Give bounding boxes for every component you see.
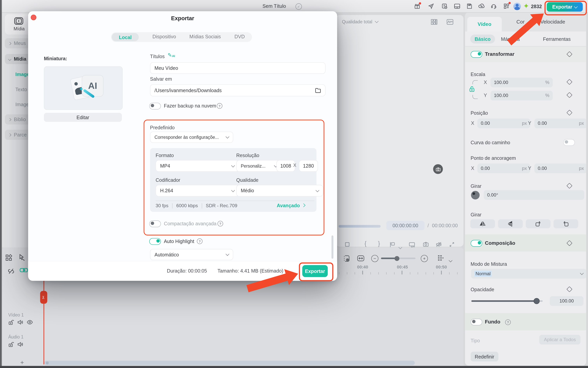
speaker-icon[interactable]	[17, 319, 23, 325]
marker-icon[interactable]	[389, 242, 395, 248]
element-tool-icon[interactable]	[5, 254, 12, 261]
auto-highlight-dropdown[interactable]: Automático	[150, 249, 233, 260]
fit-timeline-icon[interactable]	[357, 255, 365, 262]
stop-icon[interactable]	[345, 242, 350, 247]
blend-mode-dropdown[interactable]: Normal	[471, 269, 586, 279]
mark-in-icon[interactable]: {	[365, 240, 367, 247]
layout-icon[interactable]	[454, 3, 461, 9]
reset-button[interactable]: Redefinir	[470, 352, 498, 361]
mark-out-icon[interactable]: }	[378, 240, 380, 247]
folder-icon[interactable]	[315, 88, 321, 93]
cloud-backup-toggle[interactable]	[149, 103, 161, 110]
send-icon[interactable]	[428, 3, 434, 9]
preset-dropdown[interactable]: Corresponder às configuraçõe...	[150, 132, 233, 143]
zoom-in-icon[interactable]: +	[421, 255, 428, 262]
subtab-ferramentas[interactable]: Ferramentas	[543, 36, 571, 42]
scale-y-field[interactable]: 100.00%	[491, 91, 553, 101]
position-y-field[interactable]: 0.00px	[534, 118, 586, 128]
export-header-button[interactable]: Exportar	[547, 2, 583, 12]
save-icon[interactable]	[466, 3, 472, 9]
ai-pencil-icon[interactable]: ✎AI	[168, 52, 175, 58]
background-toggle[interactable]	[470, 319, 482, 325]
mute-icon[interactable]	[436, 242, 442, 247]
lock-icon[interactable]	[8, 319, 14, 325]
playback-time-current[interactable]: 00:00:00:00	[386, 221, 424, 230]
apply-all-button[interactable]: Aplicar a Todos	[539, 335, 580, 344]
support-icon[interactable]	[491, 3, 497, 9]
tab-midias-sociais[interactable]: Mídias Sociais	[184, 34, 226, 39]
subtab-mascara[interactable]: Máscara	[501, 36, 520, 42]
opacity-slider[interactable]	[471, 300, 542, 302]
flip-horizontal-button[interactable]	[470, 219, 495, 228]
tab-velocidade[interactable]: Velocidade	[535, 19, 570, 25]
gift-icon[interactable]	[414, 3, 420, 9]
transform-toggle[interactable]	[470, 51, 482, 58]
opacity-slider-knob[interactable]	[533, 298, 540, 304]
horizontal-scrollbar[interactable]	[44, 361, 415, 365]
position-x-field[interactable]: 0.00px	[477, 118, 530, 128]
help-icon[interactable]: ?	[217, 103, 222, 109]
playhead-scissors-badge[interactable]: ✂	[40, 291, 47, 304]
keyframe-record-icon[interactable]	[343, 255, 350, 262]
resolution-height-input[interactable]: 1280	[299, 160, 318, 172]
tab-cor[interactable]: Cor	[509, 19, 532, 25]
scale-lock-icon[interactable]	[469, 86, 475, 92]
tab-video[interactable]: Vídeo	[467, 17, 502, 31]
rotation-dial[interactable]	[471, 191, 479, 199]
composition-toggle[interactable]	[470, 240, 482, 247]
track-manager-chevron-icon[interactable]	[449, 257, 452, 263]
track-manager-icon[interactable]	[437, 255, 444, 261]
path-curve-toggle[interactable]	[563, 139, 575, 146]
flip-vertical-button[interactable]	[498, 219, 523, 228]
quality-dropdown[interactable]: Médio	[236, 185, 323, 197]
resolution-width-input[interactable]: 1008	[276, 160, 295, 172]
unlink-icon[interactable]	[8, 268, 15, 275]
avatar[interactable]	[513, 2, 521, 10]
opacity-value-field[interactable]: 100.00	[550, 296, 584, 306]
help-icon[interactable]: ?	[197, 239, 202, 244]
rotation-field[interactable]: 0.00°	[484, 190, 584, 200]
grid-view-icon[interactable]	[431, 19, 438, 25]
fullscreen-icon[interactable]	[449, 242, 454, 247]
cloud-sync-icon[interactable]	[478, 3, 485, 9]
tab-local[interactable]: Local	[112, 33, 139, 41]
camera-snapshot-icon[interactable]	[423, 242, 429, 247]
scope-icon[interactable]	[446, 19, 454, 25]
timeline-zoom-slider-knob[interactable]	[395, 256, 399, 261]
subtab-basico[interactable]: Básico	[470, 34, 495, 43]
help-icon[interactable]: ?	[505, 319, 511, 325]
resolution-dropdown[interactable]: Personaliz...	[236, 160, 282, 172]
thumbnail-preview[interactable]: AI ✦ ✦	[44, 66, 123, 110]
snapshot-camera-icon[interactable]	[433, 164, 443, 174]
advanced-compression-toggle[interactable]	[149, 221, 161, 227]
rotate-cw-button[interactable]	[526, 219, 551, 228]
timeline-zoom-slider[interactable]	[381, 258, 415, 259]
format-dropdown[interactable]: MP4	[156, 160, 239, 172]
tab-dvd[interactable]: DVD	[230, 34, 249, 39]
add-track-button[interactable]: +	[20, 359, 24, 367]
eye-icon[interactable]	[27, 320, 33, 325]
preview-progress-bar[interactable]	[339, 225, 381, 228]
auto-highlight-toggle[interactable]	[149, 238, 161, 245]
rotate-ccw-button[interactable]	[554, 219, 578, 228]
export-confirm-button[interactable]: Exportar	[302, 265, 328, 277]
time-ruler[interactable]	[339, 272, 463, 275]
zoom-out-icon[interactable]: −	[371, 255, 378, 262]
title-input[interactable]: Meu Vídeo	[150, 62, 325, 74]
dialog-scrollbar[interactable]	[331, 235, 333, 259]
select-tool-icon[interactable]	[18, 254, 26, 261]
lock-icon[interactable]	[8, 341, 14, 347]
anchor-y-field[interactable]: 0.00px	[534, 164, 586, 173]
anchor-x-field[interactable]: 0.00px	[477, 164, 530, 173]
history-icon[interactable]	[441, 3, 448, 9]
mirror-screen-icon[interactable]	[409, 242, 415, 248]
apps-icon[interactable]	[503, 3, 510, 9]
link-icon[interactable]	[19, 267, 28, 273]
speaker-icon[interactable]	[17, 341, 23, 347]
encoder-dropdown[interactable]: H.264	[156, 185, 239, 197]
preview-quality-dropdown[interactable]: Qualidade total	[342, 19, 378, 24]
save-path-input[interactable]: /Users/ivanmendes/Downloads	[150, 84, 325, 96]
edit-thumbnail-button[interactable]: Editar	[44, 113, 122, 122]
marker-chevron-icon[interactable]	[399, 243, 402, 250]
help-icon[interactable]: ?	[218, 221, 223, 227]
